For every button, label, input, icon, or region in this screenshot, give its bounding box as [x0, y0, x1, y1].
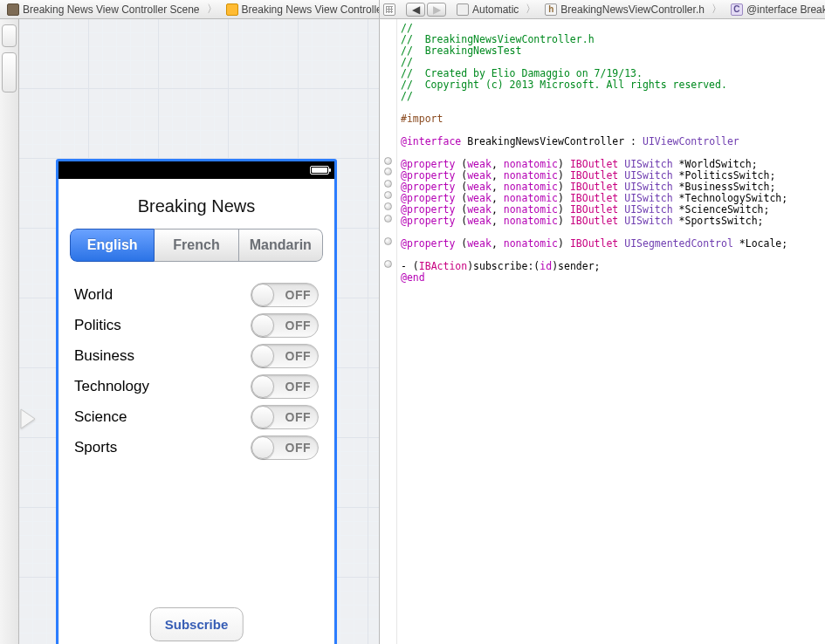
storyboard-icon — [7, 3, 19, 16]
code-body[interactable]: // // BreakingNewsViewController.h // Br… — [397, 19, 825, 644]
technology-switch[interactable]: OFF — [251, 374, 319, 399]
outlet-connection-dot[interactable] — [384, 180, 392, 188]
row-label: Technology — [74, 378, 149, 395]
category-rows: World OFF Politics OFF Business OFF Tech… — [74, 279, 319, 462]
switch-off-label: OFF — [285, 319, 312, 332]
row-label: Business — [74, 347, 134, 365]
row-label: Science — [74, 408, 127, 426]
row-technology: Technology OFF — [74, 371, 319, 401]
related-files-icon[interactable] — [383, 3, 395, 16]
expand-outline-arrow[interactable] — [19, 403, 39, 435]
outlet-connection-dot[interactable] — [384, 168, 392, 175]
breadcrumb-right: ◀ ▶ Automatic 〉 h BreakingNewsViewContro… — [380, 0, 825, 18]
svg-marker-0 — [21, 409, 35, 428]
segment-label: Mandarin — [250, 237, 312, 253]
locale-segmented-control[interactable]: English French Mandarin — [70, 229, 323, 262]
breadcrumb-automatic[interactable]: Automatic — [450, 0, 524, 18]
document-icon — [457, 3, 469, 16]
breadcrumb-scene-label: Breaking News View Controller Scene — [23, 3, 200, 16]
row-science: Science OFF — [74, 401, 319, 432]
sports-switch[interactable]: OFF — [251, 435, 319, 460]
nav-back-button[interactable]: ◀ — [406, 3, 425, 17]
chevron-right-icon: 〉 — [710, 2, 724, 17]
row-world: World OFF — [74, 279, 319, 310]
segment-mandarin[interactable]: Mandarin — [239, 229, 323, 262]
battery-icon — [310, 166, 329, 175]
outline-tab[interactable] — [2, 24, 17, 47]
outlet-connection-dot[interactable] — [384, 215, 392, 223]
outline-tab[interactable] — [2, 52, 17, 92]
subscribe-label: Subscribe — [165, 617, 229, 632]
breadcrumb-left: Breaking News View Controller Scene 〉 Br… — [0, 0, 380, 18]
subscribe-button[interactable]: Subscribe — [150, 607, 244, 641]
outlet-connection-dot[interactable] — [384, 260, 392, 268]
status-bar — [58, 161, 334, 179]
outlet-connection-dot[interactable] — [384, 191, 392, 199]
class-icon: C — [731, 3, 743, 16]
segment-label: English — [87, 237, 138, 253]
switch-off-label: OFF — [285, 349, 312, 363]
world-switch[interactable]: OFF — [251, 283, 319, 307]
switch-off-label: OFF — [285, 441, 312, 455]
row-label: World — [74, 286, 113, 304]
nav-buttons: ◀ ▶ — [402, 0, 450, 18]
switch-off-label: OFF — [285, 410, 312, 424]
segment-french[interactable]: French — [155, 229, 238, 262]
chevron-right-icon: 〉 — [524, 2, 538, 17]
outlet-connection-dot[interactable] — [384, 157, 392, 165]
breadcrumb-file-label: BreakingNewsViewController.h — [560, 3, 705, 16]
row-business: Business OFF — [74, 340, 319, 371]
code-editor[interactable]: // // BreakingNewsViewController.h // Br… — [380, 19, 825, 644]
row-sports: Sports OFF — [74, 432, 319, 462]
breadcrumb-automatic-label: Automatic — [472, 3, 519, 16]
breadcrumb-symbol[interactable]: C @interface BreakingNews\ — [724, 0, 825, 18]
chevron-right-icon: 〉 — [205, 2, 219, 17]
viewcontroller-icon — [226, 3, 238, 16]
switch-off-label: OFF — [285, 380, 312, 394]
row-politics: Politics OFF — [74, 310, 319, 340]
jump-bar: Breaking News View Controller Scene 〉 Br… — [0, 0, 825, 19]
switch-off-label: OFF — [285, 288, 312, 302]
outlet-connection-dot[interactable] — [384, 202, 392, 210]
breadcrumb-symbol-label: @interface BreakingNews\ — [746, 3, 825, 16]
row-label: Politics — [74, 317, 121, 334]
science-switch[interactable]: OFF — [251, 405, 319, 429]
politics-switch[interactable]: OFF — [251, 313, 319, 338]
phone-mock[interactable]: Breaking News English French Mandarin Wo… — [56, 159, 337, 644]
outlet-connection-dot[interactable] — [384, 237, 392, 245]
business-switch[interactable]: OFF — [251, 344, 319, 368]
segment-label: French — [173, 237, 219, 253]
breadcrumb-file[interactable]: h BreakingNewsViewController.h — [538, 0, 710, 18]
header-file-icon: h — [545, 3, 557, 16]
segment-english[interactable]: English — [70, 229, 155, 262]
breadcrumb-vc-label: Breaking News View Controller — [242, 3, 380, 16]
nav-forward-button[interactable]: ▶ — [427, 3, 446, 17]
code-gutter[interactable] — [380, 19, 397, 644]
breadcrumb-vc[interactable]: Breaking News View Controller — [219, 0, 380, 18]
interface-builder-canvas[interactable]: Breaking News English French Mandarin Wo… — [19, 19, 380, 644]
screen-title: Breaking News — [58, 196, 334, 216]
row-label: Sports — [74, 439, 117, 456]
document-outline-collapsed[interactable] — [0, 19, 19, 644]
breadcrumb-scene[interactable]: Breaking News View Controller Scene — [0, 0, 205, 18]
